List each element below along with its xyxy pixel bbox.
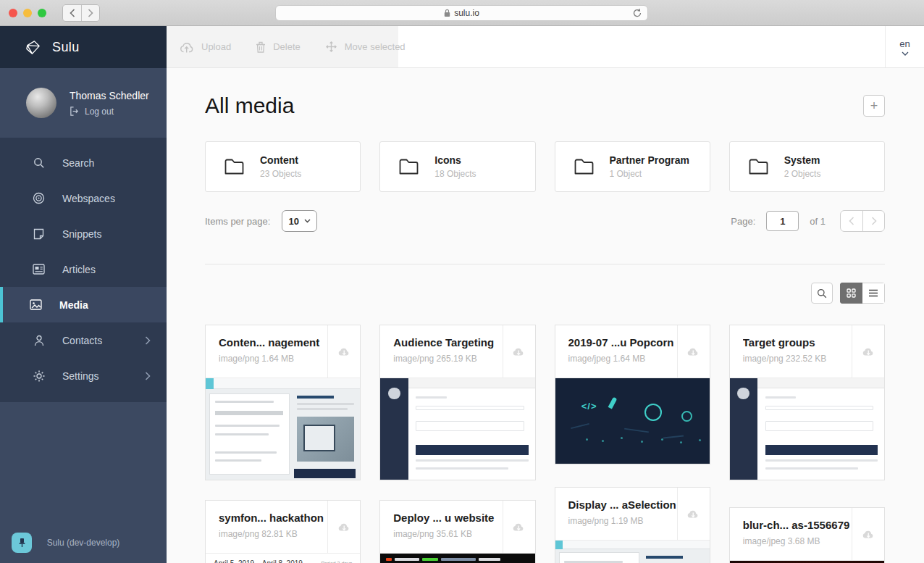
folder-texts: Partner Program 1 Object xyxy=(610,154,689,179)
media-title: Deploy ... u website xyxy=(393,512,502,524)
folder-card-system[interactable]: System 2 Objects xyxy=(729,141,885,192)
pager-buttons xyxy=(840,210,885,232)
media-download-button[interactable] xyxy=(677,325,710,378)
sidebar-item-media[interactable]: Media xyxy=(0,287,167,322)
items-per-page-select[interactable]: 10 xyxy=(282,210,317,232)
media-card-header: 2019-07 ...u Popcorn image/jpeg 1.64 MB xyxy=(555,325,710,378)
media-card-texts: Display ... aSelection image/png 1.19 MB xyxy=(555,488,677,540)
refresh-button[interactable] xyxy=(632,8,642,18)
pagination-row: Items per page: 10 Page: of 1 xyxy=(205,210,885,232)
media-grid: Conten... nagement image/png 1.64 MB xyxy=(205,325,885,563)
lock-icon xyxy=(444,9,450,17)
folder-texts: Icons 18 Objects xyxy=(434,154,476,179)
next-page-button[interactable] xyxy=(862,211,884,231)
sidebar-item-articles[interactable]: Articles xyxy=(0,251,167,287)
user-avatar xyxy=(26,88,56,118)
back-button[interactable] xyxy=(63,5,81,21)
media-thumbnail[interactable] xyxy=(206,378,360,480)
media-download-button[interactable] xyxy=(677,488,710,540)
logout-button[interactable]: Log out xyxy=(70,107,149,117)
sidebar-item-label: Search xyxy=(62,157,94,169)
move-selected-label: Move selected xyxy=(345,41,406,52)
chevron-right-icon xyxy=(145,372,151,380)
sidebar-item-search[interactable]: Search xyxy=(0,145,167,180)
logout-icon xyxy=(70,107,79,116)
media-thumbnail[interactable] xyxy=(730,560,884,563)
thumbnail-date-range: April 5, 2019 – April 8, 2019 xyxy=(214,559,303,563)
close-window-button[interactable] xyxy=(9,9,17,17)
plus-icon: + xyxy=(870,99,878,114)
media-thumbnail[interactable]: April 5, 2019 – April 8, 2019 Period 3 d… xyxy=(206,553,360,563)
media-card-header: Audience Targeting image/png 265.19 KB xyxy=(380,325,534,378)
minimize-window-button[interactable] xyxy=(23,9,32,17)
grid-view-button[interactable] xyxy=(840,283,862,304)
forward-button[interactable] xyxy=(81,5,99,21)
media-card-header: Display ... aSelection image/png 1.19 MB xyxy=(555,488,710,540)
sidebar: Sulu Thomas Schedler Log out Search Webs… xyxy=(0,26,167,563)
user-name: Thomas Schedler xyxy=(70,90,149,101)
total-pages-label: of 1 xyxy=(810,216,826,227)
media-download-button[interactable] xyxy=(503,325,535,378)
media-download-button[interactable] xyxy=(852,508,884,560)
pin-button[interactable] xyxy=(12,533,32,553)
contacts-icon xyxy=(33,335,45,346)
upload-label: Upload xyxy=(201,41,231,52)
media-meta: image/jpeg 1.64 MB xyxy=(568,354,677,364)
media-thumbnail[interactable] xyxy=(555,540,710,563)
media-column: Conten... nagement image/png 1.64 MB xyxy=(205,325,361,563)
media-meta: image/png 265.19 KB xyxy=(393,354,502,364)
webspaces-icon xyxy=(33,192,45,204)
media-download-button[interactable] xyxy=(852,325,884,378)
view-toggle xyxy=(840,283,885,304)
zoom-window-button[interactable] xyxy=(38,9,46,17)
sidebar-logo[interactable]: Sulu xyxy=(0,26,167,68)
sidebar-item-webspaces[interactable]: Webspaces xyxy=(0,180,167,216)
media-thumbnail[interactable]: </> xyxy=(555,378,710,464)
top-toolbar: Upload Delete Move selected en xyxy=(167,26,924,68)
media-download-button[interactable] xyxy=(327,501,360,553)
media-thumbnail[interactable] xyxy=(380,378,534,480)
media-card[interactable]: Audience Targeting image/png 265.19 KB xyxy=(379,325,535,480)
media-card[interactable]: 2019-07 ...u Popcorn image/jpeg 1.64 MB … xyxy=(555,325,710,464)
folder-card-icons[interactable]: Icons 18 Objects xyxy=(379,141,535,192)
media-thumbnail[interactable] xyxy=(380,553,534,563)
add-folder-button[interactable]: + xyxy=(863,95,885,117)
media-card[interactable]: Target groups image/png 232.52 KB xyxy=(729,325,885,480)
list-view-button[interactable] xyxy=(862,283,885,304)
media-card[interactable]: blur-ch... as-1556679 image/jpeg 3.68 MB xyxy=(729,507,885,563)
page-number-input[interactable] xyxy=(766,211,799,231)
media-title: Display ... aSelection xyxy=(568,499,677,511)
chevron-left-icon xyxy=(70,9,75,17)
media-meta: image/png 232.52 KB xyxy=(743,354,852,364)
media-card[interactable]: Deploy ... u website image/png 35.61 KB xyxy=(379,500,535,563)
folder-name: Icons xyxy=(434,154,476,166)
language-selector[interactable]: en xyxy=(885,26,924,67)
previous-page-button[interactable] xyxy=(841,211,862,231)
media-download-button[interactable] xyxy=(327,325,360,378)
media-column: Target groups image/png 232.52 KB xyxy=(729,325,885,563)
media-thumbnail[interactable] xyxy=(730,378,884,480)
sidebar-item-contacts[interactable]: Contacts xyxy=(0,322,167,358)
download-cloud-icon xyxy=(512,346,526,356)
folder-texts: Content 23 Objects xyxy=(260,154,301,179)
sidebar-item-label: Settings xyxy=(62,370,99,382)
download-cloud-icon xyxy=(337,522,351,532)
move-selected-button[interactable]: Move selected xyxy=(325,41,406,53)
media-download-button[interactable] xyxy=(503,501,535,553)
sidebar-item-snippets[interactable]: Snippets xyxy=(0,216,167,251)
address-bar[interactable]: sulu.io xyxy=(275,5,648,21)
delete-button[interactable]: Delete xyxy=(256,41,301,53)
list-view-icon xyxy=(868,289,878,297)
folder-card-content[interactable]: Content 23 Objects xyxy=(205,141,361,192)
folder-card-partner-program[interactable]: Partner Program 1 Object xyxy=(555,141,710,192)
sidebar-user-section: Thomas Schedler Log out xyxy=(0,68,167,138)
folder-icon xyxy=(749,159,768,175)
media-card[interactable]: Display ... aSelection image/png 1.19 MB xyxy=(555,487,710,563)
section-divider xyxy=(205,264,885,264)
media-card-header: symfon... hackathon image/png 82.81 KB xyxy=(206,501,360,553)
media-search-button[interactable] xyxy=(811,283,833,304)
upload-button[interactable]: Upload xyxy=(180,41,231,53)
sidebar-item-settings[interactable]: Settings xyxy=(0,358,167,393)
media-card[interactable]: Conten... nagement image/png 1.64 MB xyxy=(205,325,361,480)
media-card[interactable]: symfon... hackathon image/png 82.81 KB A… xyxy=(205,500,361,563)
